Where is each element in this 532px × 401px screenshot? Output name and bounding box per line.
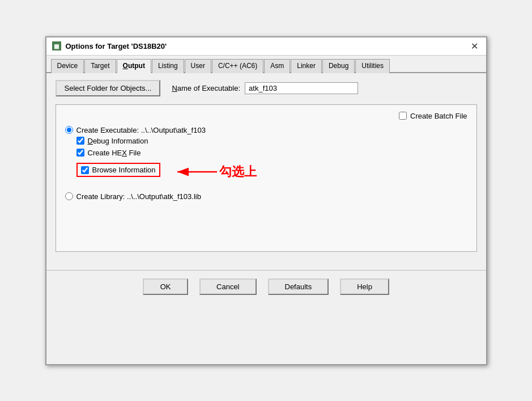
- options-dialog: ▦ Options for Target 'DS18B20' ✕ Device …: [45, 36, 487, 365]
- ok-button[interactable]: OK: [143, 278, 188, 295]
- browse-info-label: Browse Information: [92, 166, 156, 174]
- debug-info-checkbox[interactable]: [76, 137, 84, 145]
- create-executable-row: Create Executable: ..\..\Output\atk_f103: [65, 126, 467, 134]
- tab-cpp[interactable]: C/C++ (AC6): [212, 59, 263, 73]
- bottom-bar: OK Cancel Defaults Help: [46, 270, 486, 303]
- tabs-bar: Device Target Output Listing User C/C++ …: [46, 56, 486, 73]
- browse-info-area: Browse Information 勾选上: [65, 161, 467, 183]
- close-button[interactable]: ✕: [469, 41, 480, 52]
- tab-asm[interactable]: Asm: [264, 59, 290, 73]
- browse-info-checkbox[interactable]: [81, 166, 89, 174]
- tab-device[interactable]: Device: [51, 59, 84, 73]
- annotation-text: 勾选上: [219, 163, 257, 180]
- title-bar: ▦ Options for Target 'DS18B20' ✕: [46, 37, 486, 56]
- create-hex-row: Create HEX File: [76, 149, 467, 157]
- tab-user[interactable]: User: [185, 59, 211, 73]
- create-library-row: Create Library: ..\..\Output\atk_f103.li…: [65, 192, 467, 201]
- cancel-button[interactable]: Cancel: [199, 278, 256, 295]
- dialog-title: Options for Target 'DS18B20': [66, 42, 167, 50]
- executable-input[interactable]: [245, 82, 358, 94]
- executable-label: Name of Executable:: [172, 84, 240, 92]
- browse-info-row: Browse Information: [76, 163, 160, 177]
- executable-row: Name of Executable:: [172, 82, 358, 94]
- app-icon: ▦: [52, 41, 61, 50]
- create-batch-label: Create Batch File: [410, 112, 467, 120]
- tab-utilities[interactable]: Utilities: [355, 59, 390, 73]
- create-batch-checkbox[interactable]: [399, 112, 407, 120]
- help-button[interactable]: Help: [340, 278, 389, 295]
- select-folder-button[interactable]: Select Folder for Objects...: [56, 80, 161, 96]
- title-bar-left: ▦ Options for Target 'DS18B20': [52, 41, 167, 50]
- tab-linker[interactable]: Linker: [291, 59, 322, 73]
- main-content-box: Create Batch File Create Executable: ..\…: [56, 104, 477, 252]
- create-executable-radio[interactable]: [65, 126, 73, 134]
- debug-info-label: Debug Information: [88, 137, 148, 145]
- tab-debug[interactable]: Debug: [322, 59, 355, 73]
- create-executable-label: Create Executable: ..\..\Output\atk_f103: [76, 126, 206, 134]
- annotation-arrow: [172, 161, 223, 183]
- create-hex-checkbox[interactable]: [76, 149, 84, 157]
- debug-info-row: Debug Information: [76, 137, 467, 145]
- create-library-label: Create Library: ..\..\Output\atk_f103.li…: [76, 192, 201, 201]
- defaults-button[interactable]: Defaults: [268, 278, 329, 295]
- tab-target[interactable]: Target: [84, 59, 116, 73]
- dialog-body: Select Folder for Objects... Name of Exe…: [46, 73, 486, 259]
- tab-listing[interactable]: Listing: [152, 59, 184, 73]
- top-row: Select Folder for Objects... Name of Exe…: [56, 80, 477, 96]
- tab-output[interactable]: Output: [117, 59, 151, 73]
- create-hex-label: Create HEX File: [88, 149, 141, 157]
- create-batch-row: Create Batch File: [65, 112, 467, 120]
- create-library-radio[interactable]: [65, 192, 73, 200]
